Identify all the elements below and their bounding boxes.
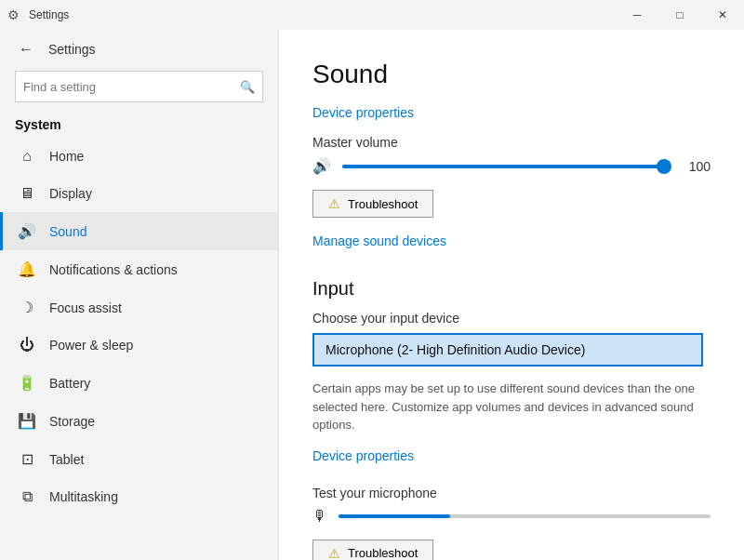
warn-icon: ⚠ — [328, 196, 340, 211]
focus-icon: ☽ — [18, 299, 36, 316]
warn-icon-2: ⚠ — [328, 546, 340, 561]
app-icon: ⚙ — [7, 7, 20, 22]
sidebar-item-tablet[interactable]: ⊡ Tablet — [0, 440, 278, 478]
input-device-select[interactable]: Microphone (2- High Definition Audio Dev… — [312, 333, 703, 367]
sidebar-item-label-display: Display — [49, 186, 92, 201]
notifications-icon: 🔔 — [18, 260, 36, 278]
title-bar: ⚙ Settings ─ □ ✕ — [0, 0, 744, 30]
maximize-button[interactable]: □ — [658, 0, 701, 30]
input-section-title: Input — [312, 278, 711, 300]
mic-icon: 🎙 — [312, 508, 327, 525]
mic-level-slider[interactable] — [339, 514, 711, 518]
sidebar-item-label-power: Power & sleep — [49, 338, 133, 353]
master-volume-label: Master volume — [312, 135, 711, 150]
display-icon: 🖥 — [18, 185, 36, 202]
info-text: Certain apps may be set up to use differ… — [312, 380, 711, 434]
sidebar-item-notifications[interactable]: 🔔 Notifications & actions — [0, 250, 278, 288]
sidebar-app-title: Settings — [48, 42, 96, 57]
page-title: Sound — [312, 60, 711, 89]
sidebar-item-label-tablet: Tablet — [49, 452, 84, 467]
volume-value: 100 — [681, 159, 711, 174]
manage-sound-devices-link[interactable]: Manage sound devices — [312, 233, 446, 248]
search-icon: 🔍 — [240, 80, 255, 94]
troubleshoot-label-2: Troubleshoot — [348, 546, 418, 560]
sidebar-item-label-focus: Focus assist — [49, 300, 122, 315]
sidebar-item-multitasking[interactable]: ⧉ Multitasking — [0, 478, 278, 515]
test-mic-label: Test your microphone — [312, 486, 711, 500]
sidebar-item-focus[interactable]: ☽ Focus assist — [0, 288, 278, 327]
sidebar-item-label-multitasking: Multitasking — [49, 489, 118, 504]
back-button[interactable]: ← — [15, 39, 37, 60]
volume-fill — [342, 165, 670, 168]
mic-level-fill — [339, 514, 450, 518]
device-properties-link2[interactable]: Device properties — [312, 448, 414, 463]
sidebar: ← Settings 🔍 System ⌂ Home 🖥 Display 🔊 S… — [0, 30, 279, 560]
sidebar-item-label-notifications: Notifications & actions — [49, 262, 178, 277]
sidebar-item-home[interactable]: ⌂ Home — [0, 138, 278, 175]
home-icon: ⌂ — [18, 148, 36, 165]
volume-row: 🔊 100 — [312, 157, 711, 175]
tablet-icon: ⊡ — [18, 450, 36, 468]
sidebar-item-display[interactable]: 🖥 Display — [0, 175, 278, 212]
sidebar-item-label-sound: Sound — [49, 224, 86, 239]
volume-slider[interactable] — [342, 165, 670, 168]
search-box[interactable]: 🔍 — [15, 71, 263, 102]
content-area: Sound Device properties Master volume 🔊 … — [279, 30, 744, 560]
minimize-button[interactable]: ─ — [616, 0, 658, 30]
search-input[interactable] — [23, 80, 240, 94]
volume-icon: 🔊 — [312, 157, 331, 175]
troubleshoot-label: Troubleshoot — [348, 197, 418, 211]
sidebar-item-battery[interactable]: 🔋 Battery — [0, 364, 278, 402]
sidebar-section-label: System — [0, 113, 278, 138]
power-icon: ⏻ — [18, 337, 36, 353]
sidebar-item-label-battery: Battery — [49, 376, 90, 391]
sidebar-item-label-home: Home — [49, 149, 84, 164]
sidebar-item-power[interactable]: ⏻ Power & sleep — [0, 327, 278, 364]
sidebar-item-label-storage: Storage — [49, 414, 95, 429]
battery-icon: 🔋 — [18, 374, 36, 392]
device-properties-link[interactable]: Device properties — [312, 105, 414, 120]
window-controls: ─ □ ✕ — [616, 0, 744, 30]
volume-thumb[interactable] — [657, 159, 671, 174]
multitasking-icon: ⧉ — [18, 488, 36, 505]
sidebar-item-sound[interactable]: 🔊 Sound — [0, 212, 278, 250]
choose-input-label: Choose your input device — [312, 311, 711, 326]
troubleshoot-button-2[interactable]: ⚠ Troubleshoot — [312, 540, 433, 561]
title-bar-title: Settings — [29, 8, 69, 21]
app-body: ← Settings 🔍 System ⌂ Home 🖥 Display 🔊 S… — [0, 30, 744, 560]
close-button[interactable]: ✕ — [701, 0, 744, 30]
mic-row: 🎙 — [312, 508, 711, 525]
troubleshoot-button[interactable]: ⚠ Troubleshoot — [312, 190, 433, 218]
sound-icon: 🔊 — [18, 222, 36, 240]
sidebar-header: ← Settings — [0, 30, 278, 67]
sidebar-item-storage[interactable]: 💾 Storage — [0, 402, 278, 440]
storage-icon: 💾 — [18, 412, 36, 430]
